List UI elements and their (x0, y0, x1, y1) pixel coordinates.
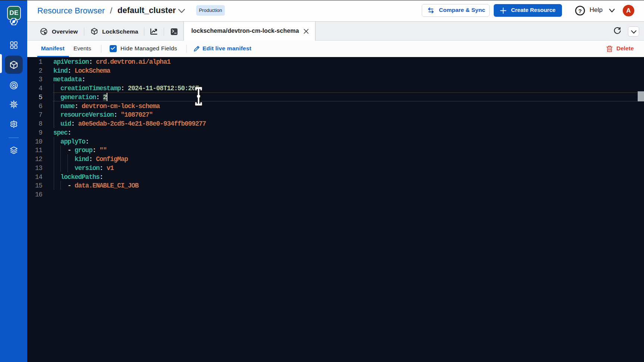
svg-text:?: ? (578, 8, 582, 14)
